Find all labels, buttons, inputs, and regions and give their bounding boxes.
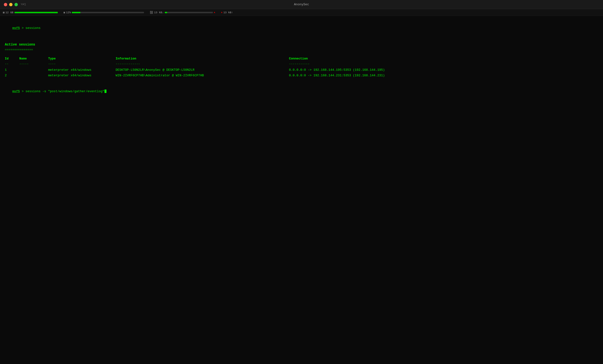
- blank-line-2: [5, 79, 598, 82]
- command-1: > sessions: [20, 26, 40, 30]
- titlebar: ⌥⌘1 AnonySec: [0, 0, 603, 9]
- memory-status: ▦ 12 GB: [3, 11, 58, 14]
- col-conn-header: Connection: [289, 56, 598, 61]
- row1-info: DESKTOP-L50N2LR\AnonySec @ DESKTOP-L50N2…: [116, 68, 289, 73]
- col-type-header: Type: [48, 56, 116, 61]
- table-header: Id Name Type Information Connection: [5, 56, 598, 61]
- net-down-bar: [165, 12, 213, 13]
- row1-name: [19, 68, 48, 73]
- table-separator: -- ----- ---- ------------- -----------: [5, 62, 598, 67]
- sep-id: --: [5, 62, 19, 67]
- net-up-status: ▲ 13 kB↑: [221, 11, 233, 14]
- command-line-1: msf5 > sessions: [5, 21, 598, 36]
- net-down-bar-fill: [165, 12, 167, 13]
- section-underline: ===============: [5, 47, 598, 53]
- up-arrow-icon: ▲: [214, 11, 215, 14]
- row1-conn: 0.0.0.0:0 -> 192.168.144.195:5353 (192.1…: [289, 68, 598, 73]
- cpu-bar: [72, 12, 144, 13]
- table-row: 1 meterpreter x64/windows DESKTOP-L50N2L…: [5, 68, 598, 73]
- row2-id: 2: [5, 73, 19, 78]
- prompt-msf5-2: msf5: [12, 90, 20, 93]
- cpu-status: ▣ 12%: [64, 11, 144, 14]
- close-button[interactable]: [4, 3, 7, 6]
- command-line-2: msf5 > sessions -s "post/windows/gather/…: [5, 84, 598, 99]
- cpu-bar-fill: [72, 12, 81, 13]
- memory-bar-fill: [14, 12, 58, 13]
- blank-line-1: [5, 36, 598, 39]
- statusbar: ▦ 12 GB ▣ 12% ⬛ 13 kB↓ ▲ ▲ 13 kB↑: [0, 9, 603, 16]
- net-up-arrow-icon: ▲: [221, 11, 222, 14]
- net-down-status: ⬛ 13 kB↓ ▲: [150, 11, 215, 14]
- cpu-icon: ▣: [64, 11, 65, 14]
- memory-bar: [14, 12, 58, 13]
- section-title: Active sessions: [5, 42, 598, 47]
- sep-info: -------------: [116, 62, 289, 67]
- table-row: 2 meterpreter x64/windows WIN-2IVRF6CP7H…: [5, 73, 598, 78]
- col-id-header: Id: [5, 56, 19, 61]
- cpu-label: 12%: [66, 11, 71, 14]
- row2-info: WIN-2IVRF6CP7HB\Administrator @ WIN-2IVR…: [116, 73, 289, 78]
- window-title: AnonySec: [294, 3, 309, 6]
- net-down-label: 13 kB↓: [154, 11, 164, 14]
- memory-icon: ▦: [3, 11, 5, 14]
- maximize-button[interactable]: [14, 3, 18, 6]
- memory-label: 12 GB: [6, 11, 13, 14]
- row2-conn: 0.0.0.0:0 -> 192.168.144.231:5353 (192.1…: [289, 73, 598, 78]
- net-up-label: 13 kB↑: [223, 11, 233, 14]
- sep-name: -----: [19, 62, 48, 67]
- keyboard-shortcut: ⌥⌘1: [21, 3, 26, 6]
- sessions-table: Id Name Type Information Connection -- -…: [5, 56, 598, 78]
- row2-name: [19, 73, 48, 78]
- prompt-msf5-1: msf5: [12, 26, 20, 30]
- row2-type: meterpreter x64/windows: [48, 73, 116, 78]
- command-2: > sessions -s "post/windows/gather/event…: [20, 90, 104, 93]
- sep-conn: -----------: [289, 62, 598, 67]
- minimize-button[interactable]: [9, 3, 12, 6]
- row1-type: meterpreter x64/windows: [48, 68, 116, 73]
- traffic-lights: [4, 3, 18, 6]
- net-icon: ⬛: [150, 11, 153, 14]
- col-name-header: Name: [19, 56, 48, 61]
- cursor: [104, 90, 106, 93]
- terminal-content: msf5 > sessions Active sessions ========…: [0, 16, 603, 103]
- col-info-header: Information: [116, 56, 289, 61]
- sep-type: ----: [48, 62, 116, 67]
- row1-id: 1: [5, 68, 19, 73]
